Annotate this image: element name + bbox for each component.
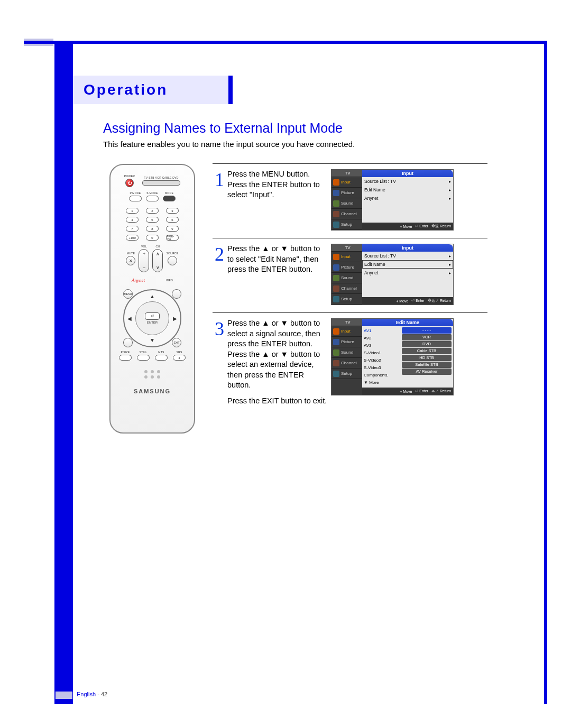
osd-tab-input: Input <box>331 177 362 188</box>
channel-icon <box>333 285 339 292</box>
osd-footer: ♦ Move⏎ Enter⏏ノ Return <box>362 388 453 395</box>
psize-label: P.SIZE <box>121 351 130 354</box>
mute-button: ✕ <box>126 256 135 265</box>
ch-label: CH <box>155 245 160 248</box>
dot-row-2 <box>144 375 160 379</box>
step-number: 2 <box>213 244 226 264</box>
smode-label: S.MODE <box>146 191 158 195</box>
osd-source-av1: AV1 <box>364 327 399 335</box>
page-number-decor <box>56 692 72 699</box>
osd-tab-setup: Setup <box>331 294 362 305</box>
osd-tab-sound: Sound <box>331 347 362 358</box>
osd-item-editname: Edit Name▸ <box>362 186 453 194</box>
osd-device-hdstb: HD STB <box>402 355 452 361</box>
section-header: Operation <box>73 76 233 104</box>
still-button <box>137 355 150 361</box>
step-2: 2 Press the ▲ or ▼ button to to select "… <box>213 238 487 312</box>
vol-label: VOL <box>141 245 147 248</box>
bottom-controls: P.SIZE STILL MTS SRS● <box>119 351 186 361</box>
osd-tab-picture: Picture <box>331 262 362 273</box>
osd-title: Input <box>362 170 453 177</box>
num-1: 1 <box>126 208 139 214</box>
osd-tab-channel: Channel <box>331 283 362 294</box>
osd-tab-setup: Setup <box>331 368 362 379</box>
power-button: ⏻ <box>125 179 134 187</box>
osd-tv-label: TV <box>331 170 362 177</box>
osd-source-av2: AV2 <box>364 335 399 342</box>
osd-title: Input <box>362 244 453 252</box>
mode-label: MODE <box>165 191 173 195</box>
mts-button <box>155 355 168 361</box>
osd-footer: ♦ Move⏎ Enter�返 Return <box>362 223 453 230</box>
right-arrow-icon: ▶ <box>173 316 177 321</box>
srs-button: ● <box>173 355 186 361</box>
enter-label: ENTER <box>147 321 158 324</box>
enter-key-icon: ⏎ <box>145 312 160 320</box>
page-language: English <box>77 691 96 697</box>
setup-icon <box>333 222 339 228</box>
osd-source-av3: AV3 <box>364 342 399 349</box>
volume-rocker: +− <box>139 249 149 272</box>
osd-device-blank: - - - - <box>402 327 452 334</box>
pmode-label: P.MODE <box>130 191 141 195</box>
info-label: INFO <box>166 279 173 282</box>
power-label: POWER <box>124 174 135 178</box>
osd-source-svideo2: S-Video2 <box>364 357 399 364</box>
step-text-a: Press the ▲ or ▼ button to select a sign… <box>227 318 328 391</box>
setup-icon <box>333 296 339 302</box>
num-2: 2 <box>146 208 159 214</box>
page-subtitle: Assigning Names to External Input Mode <box>103 121 343 136</box>
prech-button: PRE-CH <box>166 235 179 241</box>
osd-tv-label: TV <box>331 319 362 326</box>
srs-label: SRS <box>176 351 182 354</box>
osd-tab-setup: Setup <box>331 219 362 230</box>
osd-tv-label: TV <box>331 244 362 252</box>
channel-icon <box>333 211 339 217</box>
osd-screenshot-2: TV Input Picture Sound Channel Setup Inp… <box>331 244 454 305</box>
mute-label: MUTE <box>127 252 135 255</box>
pmode-button <box>129 196 142 201</box>
osd-device-avreceiver: AV Receiver <box>402 368 452 375</box>
osd-screenshot-3: TV Input Picture Sound Channel Setup Edi… <box>331 318 454 395</box>
exit-button: EXIT <box>172 338 181 347</box>
sound-icon <box>333 200 339 207</box>
picture-icon <box>333 190 339 196</box>
number-pad: 1 2 3 4 5 6 7 8 9 +100 0 PRE-CH <box>126 208 179 241</box>
num-9: 9 <box>166 226 179 232</box>
osd-tab-channel: Channel <box>331 358 362 368</box>
sound-icon <box>333 349 339 356</box>
osd-source-svideo3: S-Video3 <box>364 364 399 372</box>
step-number: 3 <box>213 318 226 338</box>
page-description: This feature enables you to name the inp… <box>103 140 355 149</box>
enter-button: ⏎ ENTER <box>135 301 169 335</box>
left-arrow-icon: ◀ <box>127 316 132 321</box>
mts-label: MTS <box>158 351 164 354</box>
return-button <box>123 338 133 347</box>
num-4: 4 <box>126 217 139 223</box>
num-8: 8 <box>146 226 159 232</box>
osd-tab-channel: Channel <box>331 209 362 219</box>
num-5: 5 <box>146 217 159 223</box>
left-blue-bar <box>54 44 73 704</box>
anynet-label: Anynet <box>132 278 145 283</box>
smode-button <box>146 196 159 201</box>
osd-item-anynet: Anynet▸ <box>362 269 453 277</box>
dpad: MENU EXIT ▲ ▼ ◀ ▶ ⏎ ENTER <box>123 289 181 347</box>
mode-button <box>163 196 176 201</box>
dot-row-1 <box>144 370 160 373</box>
osd-source-component1: Component1 <box>364 372 399 379</box>
still-label: STILL <box>140 351 148 354</box>
num-3: 3 <box>166 208 179 214</box>
osd-tab-picture: Picture <box>331 188 362 198</box>
picture-icon <box>333 264 339 271</box>
up-arrow-icon: ▲ <box>150 293 155 299</box>
osd-source-svideo1: S-Video1 <box>364 349 399 357</box>
step-number: 1 <box>213 169 226 189</box>
step-text: Press the ▲ or ▼ button to select a sign… <box>227 318 328 412</box>
input-icon <box>333 179 339 186</box>
page-number: English - 42 <box>77 691 107 697</box>
menu-button: MENU <box>123 289 133 299</box>
osd-device-satstb: Satellite STB <box>402 362 452 368</box>
osd-device-dvd: DVD <box>402 341 452 347</box>
osd-source-more: ▼ More <box>364 379 399 386</box>
